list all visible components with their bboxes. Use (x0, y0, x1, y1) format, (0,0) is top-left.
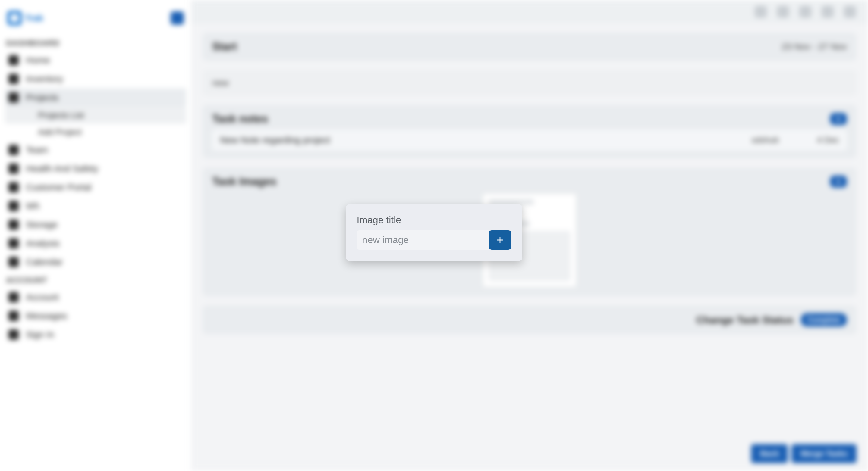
header-card: Start 23 Nov - 27 Nov (203, 33, 857, 61)
sidebar-item-inventory[interactable]: Inventory (5, 70, 186, 88)
page-title: Start (212, 40, 237, 53)
sidebar-item-label: Wh (26, 201, 39, 211)
sidebar-subitem-label: Add Project (38, 127, 82, 137)
modal-add-button[interactable] (489, 230, 512, 250)
status-word: new (212, 78, 229, 88)
footer-buttons: Back Merge Tasks (751, 444, 857, 463)
chart-icon (8, 238, 19, 248)
sidebar-item-label: Health And Safety (26, 164, 98, 174)
sidebar-item-label: Calendar (26, 257, 63, 267)
user-icon (8, 292, 19, 302)
expand-icon[interactable] (844, 6, 856, 18)
sidebar-item-account[interactable]: Account (5, 288, 186, 307)
sidebar-item-messages[interactable]: Messages (5, 307, 186, 325)
sidebar-item-home[interactable]: Home (5, 51, 186, 70)
image-title-modal: Image title (346, 204, 522, 261)
date-range: 23 Nov - 27 Nov (781, 41, 847, 52)
brand[interactable]: Trak (7, 11, 43, 25)
notes-card: Task notes + New Note regarding project … (203, 105, 857, 159)
brand-name: Trak (25, 13, 43, 23)
sidebar-item-label: Storage (26, 220, 58, 230)
sidebar-item-label: Analysis (26, 238, 60, 248)
sidebar-item-label: Home (26, 55, 50, 65)
note-author: sdshub (712, 135, 779, 145)
complete-button[interactable]: Complete (801, 313, 847, 327)
images-title: Task Images (212, 175, 276, 188)
messages-icon (8, 311, 19, 321)
sidebar-item-health-safety[interactable]: Health And Safety (5, 159, 186, 178)
sidebar-item-label: Customer Portal (26, 182, 91, 193)
sidebar-item-customer-portal[interactable]: Customer Portal (5, 178, 186, 197)
sidebar-item-wh[interactable]: Wh (5, 197, 186, 215)
images-card: Task Images + (203, 167, 857, 296)
sidebar-subitem-label: Projects List (38, 110, 84, 120)
sidebar-item-analysis[interactable]: Analysis (5, 234, 186, 253)
note-text: New Note regarding project (220, 135, 712, 145)
team-icon (8, 145, 19, 155)
portal-icon (8, 182, 19, 193)
sidebar-item-storage[interactable]: Storage (5, 215, 186, 234)
merge-tasks-button[interactable]: Merge Tasks (792, 444, 857, 463)
signin-icon (8, 330, 19, 340)
modal-label: Image title (357, 214, 512, 226)
main-content: Start 23 Nov - 27 Nov new Task notes + (191, 0, 868, 471)
topbar (191, 0, 868, 24)
plus-icon: + (836, 114, 841, 124)
status-card: new (203, 70, 857, 96)
user-avatar-icon[interactable] (822, 6, 834, 18)
sidebar-item-projects[interactable]: Projects (5, 88, 186, 107)
plus-icon: + (836, 176, 841, 187)
sidebar-item-label: Inventory (26, 74, 63, 84)
brand-logo-icon (7, 11, 22, 25)
sidebar-item-calendar[interactable]: Calendar (5, 253, 186, 271)
sidebar: Trak DASHBOARD Home Inventory Projects P… (0, 0, 191, 471)
add-image-button[interactable]: + (830, 175, 847, 188)
sidebar-subitem-add-project[interactable]: Add Project (5, 124, 186, 141)
sidebar-item-label: Account (26, 292, 59, 302)
back-button[interactable]: Back (751, 444, 788, 463)
sidebar-item-sign-in[interactable]: Sign In (5, 325, 186, 344)
notes-title: Task notes (212, 113, 268, 125)
sidebar-item-label: Projects (26, 93, 59, 103)
sidebar-collapse-button[interactable] (170, 11, 184, 25)
projects-icon (8, 93, 19, 103)
home-icon (8, 55, 19, 65)
section-label-dashboard: DASHBOARD (6, 38, 186, 48)
calendar-icon (8, 257, 19, 267)
bell-icon[interactable] (799, 6, 811, 18)
note-date: 4 Dec (779, 135, 839, 145)
status-change-label: Change Task Status (696, 314, 793, 326)
star-icon[interactable] (755, 6, 767, 18)
plus-icon (495, 235, 505, 245)
warehouse-icon (8, 201, 19, 211)
image-title-input[interactable] (357, 230, 489, 250)
sidebar-item-team[interactable]: Team (5, 141, 186, 159)
sidebar-item-label: Team (26, 145, 48, 155)
inventory-icon (8, 74, 19, 84)
add-note-button[interactable]: + (830, 113, 847, 125)
sidebar-item-label: Sign In (26, 330, 54, 340)
gear-icon[interactable] (777, 6, 789, 18)
sidebar-item-label: Messages (26, 311, 67, 321)
shield-icon (8, 164, 19, 174)
section-label-account: ACCOUNT (6, 275, 186, 285)
status-change-card: Change Task Status Complete (203, 305, 857, 334)
sidebar-subitem-projects-list[interactable]: Projects List (5, 107, 186, 124)
note-row[interactable]: New Note regarding project sdshub 4 Dec (212, 130, 847, 150)
storage-icon (8, 220, 19, 230)
